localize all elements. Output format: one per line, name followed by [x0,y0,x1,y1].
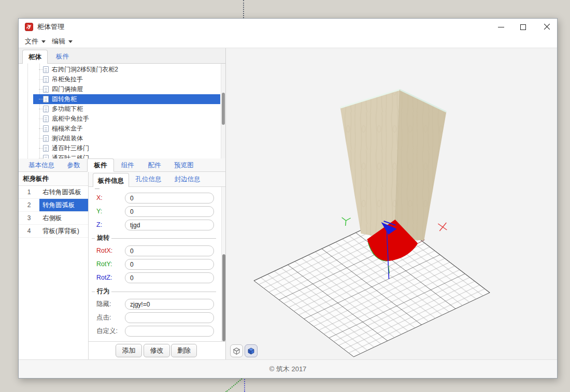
tree-item[interactable]: 右跨门洞2移5顶门衣柜2 [33,65,220,75]
tab-components[interactable]: 组件 [114,158,141,172]
document-icon [43,115,49,122]
titlebar[interactable]: 柜体管理 [19,19,557,35]
tab-edge-info[interactable]: 封边信息 [168,172,207,187]
menu-file[interactable]: 文件 [21,35,50,48]
menu-edit-label: 编辑 [52,37,65,46]
tree-guide-line [27,64,28,158]
tab-label: 封边信息 [175,175,201,184]
form-scrollbar-thumb[interactable] [222,254,225,341]
tab-board-label: 板件 [56,52,69,61]
tab-label: 孔位信息 [136,175,162,184]
board-row-name: 转角圆弧板 [39,199,88,211]
field-custom-input[interactable] [125,326,214,337]
field-rotx-label: RotX: [96,245,112,256]
field-rotz-input[interactable] [125,272,214,283]
tab-hole-info[interactable]: 孔位信息 [129,172,168,187]
field-click: 点击: [89,312,225,323]
field-hide-input[interactable] [125,299,214,310]
tree-item[interactable]: 四门俩抽屉 [33,84,220,94]
board-row-name: 右转角圆弧板 [39,186,88,198]
board-row-name: 背板(厚背板) [39,225,88,237]
field-hide: 隐藏: [89,299,225,310]
board-row-name: 右侧板 [39,212,88,224]
board-info-form: X: Y: Z: 旋转 RotX: RotY: RotZ: [89,187,225,341]
board-properties-panel: 板件信息 孔位信息 封边信息 X: Y: Z: 旋转 RotX: [89,172,225,359]
tab-label: 参数 [67,161,80,170]
rotation-group-title: 旋转 [95,234,111,242]
menubar: 文件 编辑 [19,35,557,48]
tab-accessories[interactable]: 配件 [141,158,168,172]
field-custom: 自定义: [89,326,225,337]
board-row[interactable]: 1 右转角圆弧板 [19,186,88,199]
add-button[interactable]: 添加 [116,344,142,357]
field-x-input[interactable] [125,193,214,204]
field-roty-input[interactable] [125,259,214,270]
field-y-label: Y: [96,206,102,217]
close-button[interactable] [539,19,554,35]
tab-label: 板件信息 [98,177,124,185]
document-icon [43,155,49,158]
viewport-canvas[interactable] [226,48,557,359]
axis-y-marker [342,217,351,226]
tree-item[interactable]: 吊柜免拉手 [33,75,220,84]
tree-item[interactable]: 多功能下柜 [33,104,220,114]
tree-item-label: 四门俩抽屉 [52,85,83,94]
tree-item-label: 底柜中免拉手 [52,114,89,123]
tab-basic-info[interactable]: 基本信息 [23,158,60,172]
minimize-button[interactable] [493,19,509,35]
tab-parameters[interactable]: 参数 [60,158,87,172]
field-click-label: 点击: [96,312,111,323]
app-logo-icon [25,23,33,31]
tree-item[interactable]: 底柜中免拉手 [33,114,220,124]
wireframe-view-button[interactable] [230,344,243,357]
tree-scrollbar[interactable] [221,64,225,158]
modify-button[interactable]: 修改 [144,344,170,357]
desktop: { "window": { "title": "柜体管理" }, "menuba… [0,0,570,392]
field-roty-label: RotY: [96,259,112,270]
menu-edit[interactable]: 编辑 [48,35,77,48]
background-axis-blue-dotted [244,378,245,392]
field-z-input[interactable] [125,220,214,230]
tree-item[interactable]: 通百叶三移门 [33,143,220,153]
detail-tabstrip: 基本信息 参数 板件 组件 配件 预览图 [19,158,225,172]
delete-button[interactable]: 删除 [171,344,197,357]
tab-label: 板件 [94,161,107,170]
tree-item-selected[interactable]: 圆转角柜 [33,94,220,104]
form-scrollbar[interactable] [221,187,225,341]
board-row-selected[interactable]: 2 转角圆弧板 [19,199,88,212]
tree-item[interactable]: 通百叶二移门 [33,153,220,158]
maximize-button[interactable] [515,19,531,35]
tab-preview[interactable]: 预览图 [168,158,200,172]
tab-board-info[interactable]: 板件信息 [93,173,129,188]
shaded-view-button[interactable] [245,344,258,357]
field-x: X: [89,193,225,204]
field-rotx-input[interactable] [125,245,214,256]
tree-item-label: 通百叶二移门 [52,154,89,158]
tree-item[interactable]: 测试组装体 [33,134,220,143]
document-icon [43,66,49,73]
cabinet-tabstrip: 柜体 板件 [19,48,225,64]
document-icon [43,145,49,152]
field-click-input[interactable] [125,312,214,323]
cabinet-tree: 右跨门洞2移5顶门衣柜2 吊柜免拉手 四门俩抽屉 圆转角柜 多功能下柜 底柜中免… [19,64,225,158]
copyright-text: © 筑木 2017 [269,365,307,374]
tab-boards[interactable]: 板件 [87,158,114,172]
wireframe-cube-icon [232,346,241,355]
background-axis-green-dotted [225,377,244,392]
tab-cabinet[interactable]: 柜体 [22,50,48,64]
tree-item[interactable]: 榻榻米盒子 [33,124,220,134]
tree-scrollbar-thumb[interactable] [222,93,225,125]
board-row[interactable]: 4 背板(厚背板) [19,225,88,238]
field-y-input[interactable] [125,206,214,217]
field-rotz: RotZ: [89,272,225,283]
board-row[interactable]: 3 右侧板 [19,212,88,225]
document-icon [43,135,49,142]
behavior-group-title: 行为 [95,287,111,296]
field-custom-label: 自定义: [96,326,118,337]
tree-item-label: 通百叶三移门 [52,144,89,153]
tab-board[interactable]: 板件 [50,50,75,64]
field-z-label: Z: [96,220,102,230]
background-axis-dotted-line [243,0,244,18]
field-rotx: RotX: [89,245,225,256]
field-roty: RotY: [89,259,225,270]
